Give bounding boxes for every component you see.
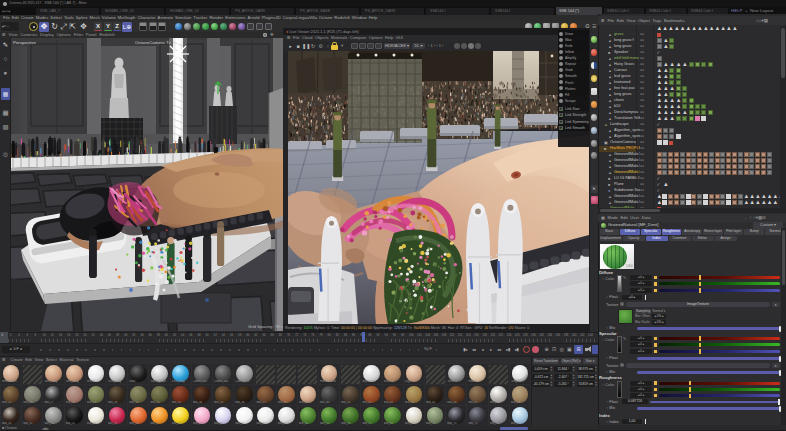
svg-text:Grid Spacing : 95 cm: Grid Spacing : 95 cm [248, 324, 283, 329]
